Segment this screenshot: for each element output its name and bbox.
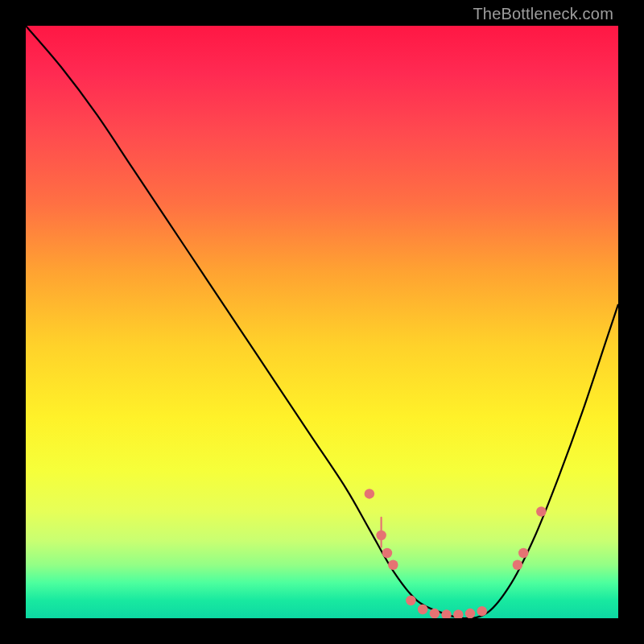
highlight-dot bbox=[465, 609, 476, 618]
chart-stage: TheBottleneck.com bbox=[0, 0, 644, 644]
highlight-dot bbox=[453, 609, 464, 618]
highlight-dot bbox=[382, 548, 393, 559]
highlight-dot bbox=[418, 605, 428, 615]
plot-area bbox=[26, 26, 618, 618]
highlight-dot bbox=[406, 596, 416, 606]
bottleneck-curve bbox=[26, 26, 618, 618]
highlight-dot bbox=[536, 506, 547, 517]
curve-layer bbox=[26, 26, 618, 618]
highlight-dot bbox=[513, 560, 523, 571]
highlight-dot bbox=[518, 548, 529, 559]
highlight-dot bbox=[430, 609, 440, 618]
curve-svg bbox=[26, 26, 618, 618]
highlight-dot bbox=[388, 560, 398, 571]
highlight-dot bbox=[365, 489, 375, 499]
highlight-dot bbox=[477, 606, 487, 617]
highlight-dot bbox=[441, 609, 452, 618]
watermark-text: TheBottleneck.com bbox=[473, 5, 613, 23]
